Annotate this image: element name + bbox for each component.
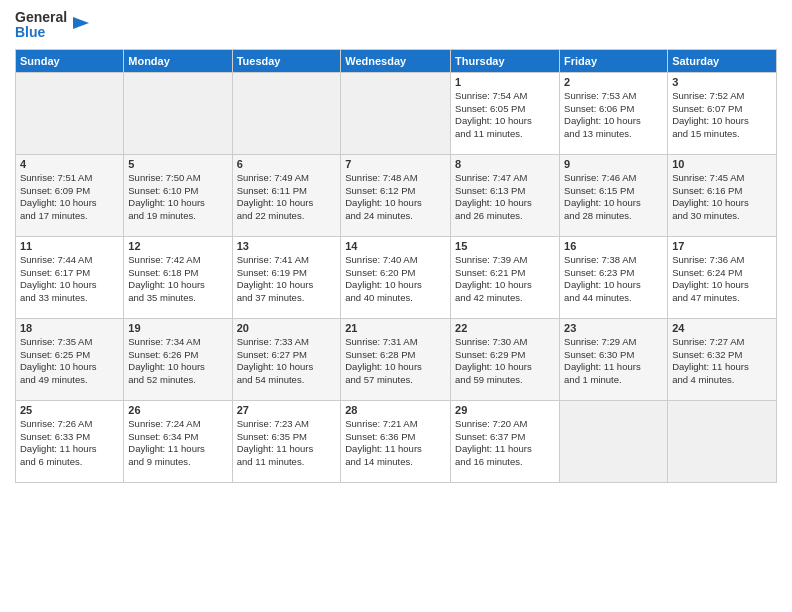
day-number: 11 [20,240,119,252]
page-container: General Blue SundayMondayTuesdayWednesda… [0,0,792,488]
day-number: 2 [564,76,663,88]
calendar-cell: 16Sunrise: 7:38 AM Sunset: 6:23 PM Dayli… [560,236,668,318]
day-info: Sunrise: 7:36 AM Sunset: 6:24 PM Dayligh… [672,254,772,305]
calendar-cell: 25Sunrise: 7:26 AM Sunset: 6:33 PM Dayli… [16,400,124,482]
day-info: Sunrise: 7:52 AM Sunset: 6:07 PM Dayligh… [672,90,772,141]
day-number: 22 [455,322,555,334]
calendar-cell: 9Sunrise: 7:46 AM Sunset: 6:15 PM Daylig… [560,154,668,236]
calendar-cell: 12Sunrise: 7:42 AM Sunset: 6:18 PM Dayli… [124,236,232,318]
week-row-4: 25Sunrise: 7:26 AM Sunset: 6:33 PM Dayli… [16,400,777,482]
calendar-cell [232,72,341,154]
calendar-cell: 5Sunrise: 7:50 AM Sunset: 6:10 PM Daylig… [124,154,232,236]
day-number: 10 [672,158,772,170]
day-number: 24 [672,322,772,334]
calendar-cell: 17Sunrise: 7:36 AM Sunset: 6:24 PM Dayli… [668,236,777,318]
column-header-sunday: Sunday [16,49,124,72]
logo-general: General [15,10,67,25]
day-info: Sunrise: 7:53 AM Sunset: 6:06 PM Dayligh… [564,90,663,141]
calendar-cell: 13Sunrise: 7:41 AM Sunset: 6:19 PM Dayli… [232,236,341,318]
day-number: 21 [345,322,446,334]
day-info: Sunrise: 7:26 AM Sunset: 6:33 PM Dayligh… [20,418,119,469]
week-row-2: 11Sunrise: 7:44 AM Sunset: 6:17 PM Dayli… [16,236,777,318]
calendar-cell: 29Sunrise: 7:20 AM Sunset: 6:37 PM Dayli… [451,400,560,482]
day-info: Sunrise: 7:51 AM Sunset: 6:09 PM Dayligh… [20,172,119,223]
day-number: 23 [564,322,663,334]
calendar-cell [560,400,668,482]
column-header-tuesday: Tuesday [232,49,341,72]
day-number: 4 [20,158,119,170]
calendar-cell: 8Sunrise: 7:47 AM Sunset: 6:13 PM Daylig… [451,154,560,236]
calendar-cell [341,72,451,154]
column-header-monday: Monday [124,49,232,72]
day-info: Sunrise: 7:27 AM Sunset: 6:32 PM Dayligh… [672,336,772,387]
day-number: 1 [455,76,555,88]
day-info: Sunrise: 7:21 AM Sunset: 6:36 PM Dayligh… [345,418,446,469]
column-header-thursday: Thursday [451,49,560,72]
day-number: 7 [345,158,446,170]
day-info: Sunrise: 7:24 AM Sunset: 6:34 PM Dayligh… [128,418,227,469]
calendar-cell: 14Sunrise: 7:40 AM Sunset: 6:20 PM Dayli… [341,236,451,318]
day-number: 6 [237,158,337,170]
calendar-cell: 28Sunrise: 7:21 AM Sunset: 6:36 PM Dayli… [341,400,451,482]
day-info: Sunrise: 7:29 AM Sunset: 6:30 PM Dayligh… [564,336,663,387]
day-info: Sunrise: 7:30 AM Sunset: 6:29 PM Dayligh… [455,336,555,387]
calendar-cell: 18Sunrise: 7:35 AM Sunset: 6:25 PM Dayli… [16,318,124,400]
calendar-cell: 1Sunrise: 7:54 AM Sunset: 6:05 PM Daylig… [451,72,560,154]
day-info: Sunrise: 7:50 AM Sunset: 6:10 PM Dayligh… [128,172,227,223]
day-info: Sunrise: 7:46 AM Sunset: 6:15 PM Dayligh… [564,172,663,223]
day-number: 3 [672,76,772,88]
calendar-cell [16,72,124,154]
day-info: Sunrise: 7:33 AM Sunset: 6:27 PM Dayligh… [237,336,337,387]
column-header-friday: Friday [560,49,668,72]
day-info: Sunrise: 7:23 AM Sunset: 6:35 PM Dayligh… [237,418,337,469]
day-info: Sunrise: 7:34 AM Sunset: 6:26 PM Dayligh… [128,336,227,387]
day-number: 25 [20,404,119,416]
calendar-cell: 22Sunrise: 7:30 AM Sunset: 6:29 PM Dayli… [451,318,560,400]
logo: General Blue [15,10,91,41]
day-info: Sunrise: 7:20 AM Sunset: 6:37 PM Dayligh… [455,418,555,469]
week-row-0: 1Sunrise: 7:54 AM Sunset: 6:05 PM Daylig… [16,72,777,154]
day-info: Sunrise: 7:54 AM Sunset: 6:05 PM Dayligh… [455,90,555,141]
day-info: Sunrise: 7:48 AM Sunset: 6:12 PM Dayligh… [345,172,446,223]
calendar-cell: 27Sunrise: 7:23 AM Sunset: 6:35 PM Dayli… [232,400,341,482]
day-number: 12 [128,240,227,252]
calendar-cell: 20Sunrise: 7:33 AM Sunset: 6:27 PM Dayli… [232,318,341,400]
calendar-cell: 2Sunrise: 7:53 AM Sunset: 6:06 PM Daylig… [560,72,668,154]
day-info: Sunrise: 7:49 AM Sunset: 6:11 PM Dayligh… [237,172,337,223]
logo-blue: Blue [15,25,67,40]
calendar-cell: 15Sunrise: 7:39 AM Sunset: 6:21 PM Dayli… [451,236,560,318]
day-info: Sunrise: 7:41 AM Sunset: 6:19 PM Dayligh… [237,254,337,305]
day-number: 16 [564,240,663,252]
day-number: 13 [237,240,337,252]
day-number: 29 [455,404,555,416]
calendar-cell: 23Sunrise: 7:29 AM Sunset: 6:30 PM Dayli… [560,318,668,400]
calendar-cell [668,400,777,482]
calendar-cell: 19Sunrise: 7:34 AM Sunset: 6:26 PM Dayli… [124,318,232,400]
day-info: Sunrise: 7:42 AM Sunset: 6:18 PM Dayligh… [128,254,227,305]
calendar-cell: 7Sunrise: 7:48 AM Sunset: 6:12 PM Daylig… [341,154,451,236]
day-number: 15 [455,240,555,252]
day-info: Sunrise: 7:40 AM Sunset: 6:20 PM Dayligh… [345,254,446,305]
column-header-saturday: Saturday [668,49,777,72]
day-number: 19 [128,322,227,334]
calendar-cell: 10Sunrise: 7:45 AM Sunset: 6:16 PM Dayli… [668,154,777,236]
day-number: 20 [237,322,337,334]
calendar-cell: 21Sunrise: 7:31 AM Sunset: 6:28 PM Dayli… [341,318,451,400]
day-info: Sunrise: 7:39 AM Sunset: 6:21 PM Dayligh… [455,254,555,305]
calendar-cell: 11Sunrise: 7:44 AM Sunset: 6:17 PM Dayli… [16,236,124,318]
day-info: Sunrise: 7:35 AM Sunset: 6:25 PM Dayligh… [20,336,119,387]
day-info: Sunrise: 7:47 AM Sunset: 6:13 PM Dayligh… [455,172,555,223]
day-info: Sunrise: 7:38 AM Sunset: 6:23 PM Dayligh… [564,254,663,305]
week-row-1: 4Sunrise: 7:51 AM Sunset: 6:09 PM Daylig… [16,154,777,236]
day-info: Sunrise: 7:31 AM Sunset: 6:28 PM Dayligh… [345,336,446,387]
calendar-cell: 3Sunrise: 7:52 AM Sunset: 6:07 PM Daylig… [668,72,777,154]
calendar-cell: 24Sunrise: 7:27 AM Sunset: 6:32 PM Dayli… [668,318,777,400]
day-number: 9 [564,158,663,170]
day-info: Sunrise: 7:44 AM Sunset: 6:17 PM Dayligh… [20,254,119,305]
day-number: 14 [345,240,446,252]
day-number: 17 [672,240,772,252]
calendar-cell: 26Sunrise: 7:24 AM Sunset: 6:34 PM Dayli… [124,400,232,482]
day-number: 8 [455,158,555,170]
day-number: 26 [128,404,227,416]
day-number: 18 [20,322,119,334]
